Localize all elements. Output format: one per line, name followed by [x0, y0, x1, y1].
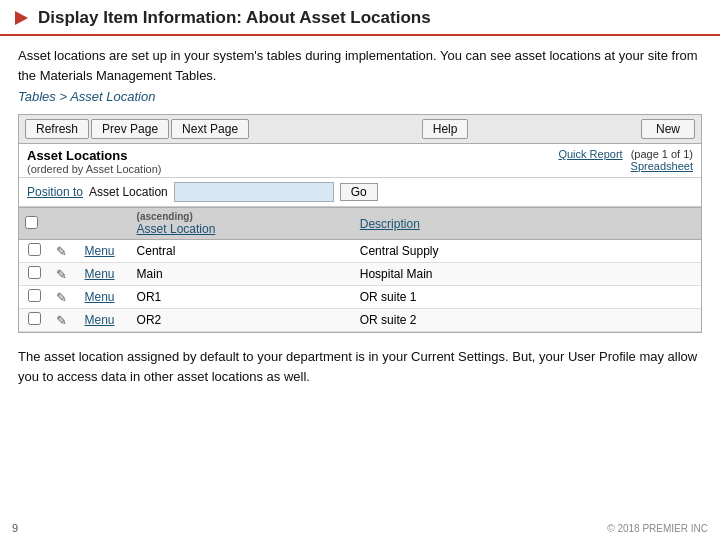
- next-page-button[interactable]: Next Page: [171, 119, 249, 139]
- row-checkbox[interactable]: [28, 289, 41, 302]
- help-button[interactable]: Help: [422, 119, 469, 139]
- edit-icon[interactable]: ✎: [56, 267, 67, 282]
- page-number: 9: [12, 522, 18, 534]
- asset-locations-table-frame: Refresh Prev Page Next Page Help New Ass…: [18, 114, 702, 333]
- go-button[interactable]: Go: [340, 183, 378, 201]
- menu-link[interactable]: Menu: [85, 290, 115, 304]
- play-icon: [12, 9, 30, 27]
- svg-marker-0: [15, 11, 28, 25]
- position-input[interactable]: [174, 182, 334, 202]
- row-description: OR suite 1: [354, 286, 701, 309]
- table-toolbar: Refresh Prev Page Next Page Help New: [19, 115, 701, 144]
- sort-location-link[interactable]: Asset Location: [137, 222, 216, 236]
- col-header-location: (ascending) Asset Location: [131, 208, 354, 240]
- table-body: ✎ Menu Central Central Supply ✎ Menu Mai…: [19, 240, 701, 332]
- footer-paragraph: The asset location assigned by default t…: [18, 343, 702, 392]
- copyright: © 2018 PREMIER INC: [607, 523, 708, 534]
- select-all-checkbox[interactable]: [25, 216, 38, 229]
- prev-page-button[interactable]: Prev Page: [91, 119, 169, 139]
- table-title-block: Asset Locations (ordered by Asset Locati…: [27, 148, 162, 175]
- row-checkbox[interactable]: [28, 312, 41, 325]
- table-row: ✎ Menu Main Hospital Main: [19, 263, 701, 286]
- row-location: Central: [131, 240, 354, 263]
- table-row: ✎ Menu Central Central Supply: [19, 240, 701, 263]
- row-menu[interactable]: Menu: [79, 309, 131, 332]
- menu-link[interactable]: Menu: [85, 244, 115, 258]
- row-description: Hospital Main: [354, 263, 701, 286]
- table-row: ✎ Menu OR1 OR suite 1: [19, 286, 701, 309]
- table-title: Asset Locations: [27, 148, 162, 163]
- table-subtitle: (ordered by Asset Location): [27, 163, 162, 175]
- col-header-description: Description: [354, 208, 701, 240]
- spreadsheet-link[interactable]: Spreadsheet: [631, 160, 693, 172]
- sort-indicator: (ascending): [137, 211, 348, 222]
- position-to-label[interactable]: Position to: [27, 185, 83, 199]
- row-edit[interactable]: ✎: [50, 240, 79, 263]
- new-button[interactable]: New: [641, 119, 695, 139]
- page-bottom: 9 © 2018 PREMIER INC: [0, 520, 720, 538]
- edit-icon[interactable]: ✎: [56, 244, 67, 259]
- breadcrumb[interactable]: Tables > Asset Location: [18, 89, 155, 104]
- col-header-edit: [50, 208, 79, 240]
- row-location: OR1: [131, 286, 354, 309]
- row-check[interactable]: [19, 240, 50, 263]
- edit-icon[interactable]: ✎: [56, 313, 67, 328]
- row-description: Central Supply: [354, 240, 701, 263]
- row-check[interactable]: [19, 309, 50, 332]
- row-location: Main: [131, 263, 354, 286]
- position-row: Position to Asset Location Go: [19, 177, 701, 207]
- column-header-row: (ascending) Asset Location Description: [19, 208, 701, 240]
- page-title: Display Item Information: About Asset Lo…: [38, 8, 431, 28]
- row-check[interactable]: [19, 263, 50, 286]
- page-info: (page 1 of 1): [631, 148, 693, 160]
- row-check[interactable]: [19, 286, 50, 309]
- row-edit[interactable]: ✎: [50, 263, 79, 286]
- row-edit[interactable]: ✎: [50, 286, 79, 309]
- quick-report-link[interactable]: Quick Report: [558, 148, 622, 160]
- position-field-label: Asset Location: [89, 185, 168, 199]
- refresh-button[interactable]: Refresh: [25, 119, 89, 139]
- row-location: OR2: [131, 309, 354, 332]
- row-menu[interactable]: Menu: [79, 240, 131, 263]
- data-table: (ascending) Asset Location Description ✎…: [19, 207, 701, 332]
- menu-link[interactable]: Menu: [85, 267, 115, 281]
- row-menu[interactable]: Menu: [79, 286, 131, 309]
- row-menu[interactable]: Menu: [79, 263, 131, 286]
- col-header-menu: [79, 208, 131, 240]
- table-links: Quick Report (page 1 of 1) Spreadsheet: [558, 148, 693, 172]
- row-edit[interactable]: ✎: [50, 309, 79, 332]
- table-info-row: Asset Locations (ordered by Asset Locati…: [19, 144, 701, 177]
- row-description: OR suite 2: [354, 309, 701, 332]
- menu-link[interactable]: Menu: [85, 313, 115, 327]
- row-checkbox[interactable]: [28, 243, 41, 256]
- col-header-check: [19, 208, 50, 240]
- edit-icon[interactable]: ✎: [56, 290, 67, 305]
- page-header: Display Item Information: About Asset Lo…: [0, 0, 720, 36]
- intro-paragraph: Asset locations are set up in your syste…: [18, 46, 702, 85]
- sort-description-link[interactable]: Description: [360, 217, 420, 231]
- page-wrapper: Display Item Information: About Asset Lo…: [0, 0, 720, 540]
- content-area: Asset locations are set up in your syste…: [0, 36, 720, 400]
- row-checkbox[interactable]: [28, 266, 41, 279]
- table-row: ✎ Menu OR2 OR suite 2: [19, 309, 701, 332]
